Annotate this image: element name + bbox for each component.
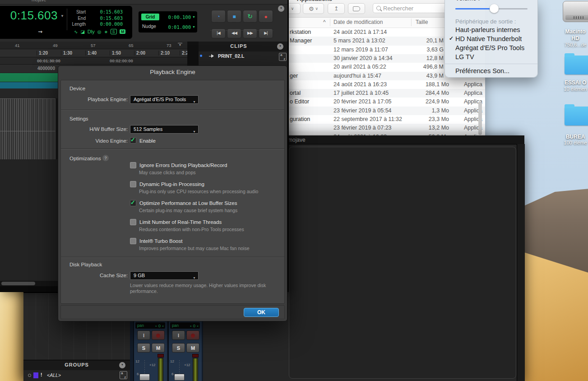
clips-panel-header[interactable]: CLIPS ▼ xyxy=(199,42,289,52)
target-icon[interactable]: ◎ xyxy=(97,29,102,34)
sound-preferences-item[interactable]: Préférences Son... xyxy=(455,67,509,74)
file-row[interactable]: ortal17 juillet 2021 à 10:45284,4 MoAppl… xyxy=(288,89,485,98)
macintosh-hd-icon[interactable] xyxy=(563,1,588,22)
folder-icon-essai[interactable] xyxy=(565,56,588,74)
video-engine-checkbox[interactable] xyxy=(130,137,136,144)
clips-disclosure-icon[interactable]: ▼ xyxy=(277,43,283,50)
volume-slider-knob[interactable] xyxy=(490,4,499,13)
main-counter[interactable]: 0:15.603 xyxy=(6,9,58,23)
edit-hscroll-thumb[interactable] xyxy=(1,282,35,285)
grid-dropdown-icon[interactable]: ▼ xyxy=(192,15,195,19)
bars-ruler[interactable]: 4149576573 xyxy=(0,42,187,49)
action-gear-button[interactable]: ⚙∨ xyxy=(303,3,324,14)
mute-button[interactable]: M xyxy=(186,343,199,353)
waveform-lane[interactable] xyxy=(0,98,56,131)
mute-button[interactable]: M xyxy=(152,343,165,353)
input-monitor-button[interactable]: I xyxy=(172,330,185,340)
group-row[interactable]: ! <ALL> az xyxy=(23,370,130,381)
ok-button[interactable]: OK xyxy=(244,308,279,317)
optimization-checkbox[interactable] xyxy=(130,181,136,187)
optimization-checkbox[interactable] xyxy=(130,219,136,225)
selection-values[interactable]: 0:15.603 0:15.603 0:00.000 xyxy=(87,9,123,28)
groups-disclosure-icon[interactable]: ▼ xyxy=(119,362,125,368)
record-enable-button[interactable] xyxy=(186,330,199,340)
minutes-seconds-ruler[interactable]: 1:201:301:401:502:002:102:20 xyxy=(0,49,187,57)
track-view-icon[interactable]: ⇝ xyxy=(38,28,42,35)
file-row[interactable]: guration22 septembre 2017 à 11:3223,3 Mo… xyxy=(288,115,485,124)
nudge-value[interactable]: 0:01.000 xyxy=(168,24,191,30)
clips-sort-az-icon[interactable]: az xyxy=(279,53,287,61)
sort-arrow[interactable]: ^ xyxy=(323,19,326,25)
engine-dropdown[interactable]: Agrégat d'E/S Pro Tools▼ xyxy=(130,95,199,104)
help-icon[interactable]: ? xyxy=(102,155,109,161)
share-button[interactable]: ↥ xyxy=(328,3,345,14)
groups-sort-az-icon[interactable]: az xyxy=(120,371,127,379)
solo-button[interactable]: S xyxy=(172,343,185,353)
grid-value[interactable]: 0:00.100 xyxy=(168,14,191,20)
clip-item[interactable]: PRINT_02.L xyxy=(218,53,244,59)
ruler-expand-icon[interactable]: ▼ xyxy=(178,43,182,47)
output-device-item[interactable]: ✓HD Native Thunderbolt xyxy=(445,35,537,44)
edit-hscrollbar[interactable] xyxy=(0,281,58,286)
search-field[interactable]: Rechercher xyxy=(373,3,449,13)
folder-icon-bureau[interactable] xyxy=(565,107,588,125)
grid-mode-badge[interactable]: Grid xyxy=(141,14,159,20)
cache-size-dropdown[interactable]: 9 GB▼ xyxy=(130,271,199,280)
bars-ruler-label: 65 xyxy=(129,43,134,48)
folder-label-essai[interactable]: ESSAI O xyxy=(560,79,588,86)
output-device-item[interactable]: LG TV xyxy=(445,53,537,62)
solo-indicator[interactable]: S xyxy=(111,29,117,34)
optimization-checkbox[interactable] xyxy=(130,238,136,244)
loop-play-button[interactable]: ↻ xyxy=(243,10,257,23)
delay-indicator[interactable]: Dly xyxy=(88,29,95,34)
online-button[interactable]: ◔ xyxy=(211,10,226,23)
go-to-start-button[interactable]: |◀ xyxy=(211,28,226,38)
file-row[interactable]: o Editor20 février 2021 à 17:05224,9 MoA… xyxy=(288,98,485,106)
stop-button[interactable]: ■ xyxy=(227,10,241,23)
fast-forward-button[interactable]: ▶▶ xyxy=(243,28,257,38)
file-row[interactable]: 23 février 2019 à 07:2313,2 MoApplica xyxy=(288,124,485,132)
group-radio-icon[interactable] xyxy=(28,374,31,377)
column-date[interactable]: Date de modification xyxy=(333,19,383,25)
engine-label: Playback Engine: xyxy=(61,97,128,102)
output-device-item[interactable]: Agrégat d'E/S Pro Tools xyxy=(445,44,537,53)
waveform-icon[interactable]: ∿ xyxy=(74,29,78,34)
fader-cap[interactable] xyxy=(174,374,185,381)
optimization-checkbox[interactable] xyxy=(130,162,136,168)
group-color-swatch[interactable] xyxy=(33,372,38,378)
mute-indicator[interactable]: M xyxy=(120,29,126,34)
output-device-item[interactable]: Haut-parleurs internes xyxy=(445,26,537,35)
counter-dropdown-icon[interactable]: ▼ xyxy=(60,14,64,18)
pan-value[interactable]: 0 xyxy=(193,323,195,328)
column-size[interactable]: Taille xyxy=(416,19,428,25)
asterisk-icon[interactable]: ∗ xyxy=(104,29,107,34)
input-monitor-button[interactable]: I xyxy=(137,330,150,340)
go-to-end-button[interactable]: ▶| xyxy=(259,28,273,38)
fader-cap[interactable] xyxy=(139,374,150,381)
pan-display[interactable]: pan▸0◂ xyxy=(135,322,165,329)
record-button[interactable]: ● xyxy=(259,10,273,23)
waveform-lane-2[interactable] xyxy=(0,131,56,160)
solo-button[interactable]: S xyxy=(137,343,150,353)
drive-label[interactable]: Macinto xyxy=(560,28,588,35)
mix-scroll-strip[interactable] xyxy=(517,144,525,381)
file-row[interactable]: 23 février 2019 à 05:541,3 MoApplica xyxy=(288,107,485,115)
clip-icon[interactable]: ◪ xyxy=(80,29,84,34)
file-date: 12 mars 2019 à 11:07 xyxy=(333,46,388,53)
folder-label-bureau[interactable]: BUREA xyxy=(560,134,588,140)
timecode-ruler[interactable]: 00:01:30:0000:02:00:00 xyxy=(0,57,187,65)
edit-titlebar[interactable]: mojave xyxy=(0,0,289,5)
tag-button[interactable] xyxy=(348,3,365,14)
optimization-checkbox[interactable] xyxy=(130,200,136,206)
group-name[interactable]: <ALL> xyxy=(47,372,61,378)
buffer-dropdown[interactable]: 512 Samples▼ xyxy=(130,125,199,134)
nudge-dropdown-icon[interactable]: ▼ xyxy=(192,25,195,28)
groups-panel-header[interactable]: GROUPS ▼ xyxy=(23,360,130,371)
transport-disclosure-icon[interactable]: ▼ xyxy=(278,5,284,12)
finder-scrollbar[interactable] xyxy=(478,102,482,135)
rewind-button[interactable]: ◀◀ xyxy=(227,28,241,38)
pan-display[interactable]: pan▸0◂ xyxy=(170,322,200,329)
file-row[interactable]: 24 août 2021 à 16:23188,1 MoApplica xyxy=(288,80,485,89)
pan-value[interactable]: 0 xyxy=(158,323,161,328)
record-enable-button[interactable] xyxy=(152,330,165,340)
